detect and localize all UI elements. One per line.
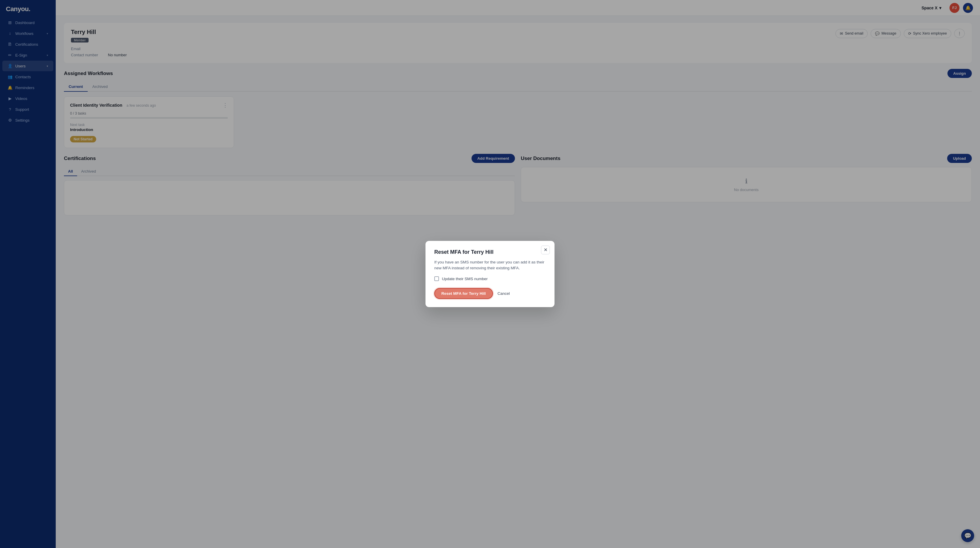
sms-update-checkbox[interactable]	[434, 276, 439, 281]
modal-close-button[interactable]: ✕	[541, 246, 550, 254]
sms-checkbox-label: Update their SMS number	[442, 276, 488, 281]
reset-mfa-modal: ✕ Reset MFA for Terry Hill If you have a…	[425, 241, 555, 307]
modal-overlay[interactable]: ✕ Reset MFA for Terry Hill If you have a…	[0, 0, 980, 548]
modal-description: If you have an SMS number for the user y…	[434, 259, 546, 272]
reset-mfa-button[interactable]: Reset MFA for Terry Hill	[434, 288, 493, 299]
modal-title: Reset MFA for Terry Hill	[434, 249, 546, 255]
cancel-button[interactable]: Cancel	[498, 291, 510, 296]
modal-actions: Reset MFA for Terry Hill Cancel	[434, 288, 546, 299]
sms-checkbox-row: Update their SMS number	[434, 276, 546, 281]
